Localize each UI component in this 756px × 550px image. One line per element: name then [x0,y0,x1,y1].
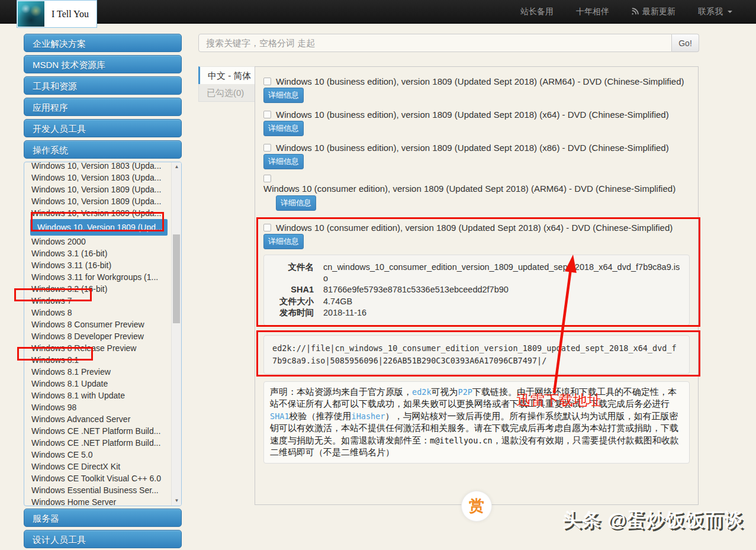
download-row: Windows 10 (consumer edition), version 1… [263,221,690,249]
os-item[interactable]: Windows CE Toolkit Visual C++ 6.0 [24,472,169,484]
brand-name: I Tell You [44,9,96,20]
sidebar-category-button[interactable]: 操作系统 [24,140,182,159]
nav-link-label: 站长备用 [520,7,554,17]
download-row: Windows 10 (consumer edition), version 1… [263,175,690,216]
search-go-button[interactable]: Go! [672,34,699,52]
file-detail-row: 发布时间2018-11-16 [272,307,681,319]
os-item[interactable]: Windows 8 [24,307,169,319]
os-version-list: Windows 10, Version 1803 (Upda...Windows… [24,162,182,506]
os-item[interactable]: Windows CE .NET Platform Build... [24,425,169,437]
nav-link-2[interactable]: 最新更新 [632,7,675,17]
os-item[interactable]: Windows 10, Version 1809 (Upda... [24,207,169,219]
os-item[interactable]: Windows 3.11 for Workgroups (1... [24,271,169,283]
os-list-items: Windows 10, Version 1803 (Upda...Windows… [24,162,181,506]
os-item[interactable]: Windows CE 5.0 [24,449,169,461]
chevron-down-icon [728,11,732,13]
site-logo[interactable]: I Tell You [17,0,97,28]
disclaimer-link[interactable]: iHasher [352,411,385,421]
file-detail-row: 文件名cn_windows_10_consumer_edition_versio… [272,262,681,284]
file-detail-value: 2018-11-16 [323,307,366,319]
download-title: Windows 10 (business edition), version 1… [276,75,684,88]
os-item[interactable]: Windows 8.1 Update [24,378,169,390]
tab-0[interactable]: 中文 - 简体 [198,66,255,84]
sidebar-category-button[interactable]: 企业解决方案 [24,34,182,52]
scroll-up-icon[interactable]: ▲ [172,162,182,172]
os-item[interactable]: Windows 10, Version 1809 (Upda... [24,195,169,207]
os-item[interactable]: Windows Home Server [24,496,169,506]
scroll-down-icon[interactable]: ▼ [172,496,182,506]
os-item[interactable]: Windows 8 Release Preview [24,342,169,354]
download-row: Windows 10 (business edition), version 1… [263,108,690,136]
os-item[interactable]: Windows 8 Developer Preview [24,330,169,342]
os-item[interactable]: Windows 8.1 Preview [24,366,169,378]
file-detail-value: 81766e9fe5793e8781c5336e513ebceedd2f7b90 [323,284,509,295]
sidebar-category-button[interactable]: 开发人员工具 [24,119,182,137]
nav-link-label: 联系我 [698,7,723,17]
os-item[interactable]: Windows 8 Consumer Preview [24,319,169,330]
logo-image [18,1,44,27]
detail-button[interactable]: 详细信息 [263,121,304,136]
os-item[interactable]: Windows 2000 [24,236,169,247]
os-item[interactable]: Windows 3.2 (16-bit) [24,283,169,295]
os-item[interactable]: Windows 10, Version 1803 (Upda... [24,162,169,172]
reward-button[interactable]: 赏 [461,491,492,522]
sidebar-category-button[interactable]: 工具和资源 [24,76,182,95]
nav-link-1[interactable]: 十年相伴 [576,7,609,17]
disclaimer-text: 声明：本站资源均来自于官方原版，ed2k可视为P2P下载链接。由于网络环境和下载… [263,381,690,464]
detail-button[interactable]: 详细信息 [263,154,304,169]
detail-button[interactable]: 详细信息 [263,88,304,103]
item-checkbox[interactable] [263,144,271,152]
sidebar-category-button[interactable]: MSDN 技术资源库 [24,55,182,73]
sidebar-category-button[interactable]: 服务器 [24,509,182,527]
scrollbar-thumb[interactable] [173,234,180,323]
os-item[interactable]: Windows Advanced Server [24,413,169,425]
os-item[interactable]: Windows 7 [24,295,169,307]
download-title: Windows 10 (consumer edition), version 1… [276,221,673,234]
os-item[interactable]: Windows CE .NET Platform Build... [24,437,169,449]
reward-area: 赏 [263,464,690,550]
os-item[interactable]: Windows 8.1 [24,354,169,366]
os-item[interactable]: Windows CE DirectX Kit [24,461,169,472]
os-item[interactable]: Windows 10, Version 1809 (Upda... [24,184,169,195]
nav-link-3[interactable]: 联系我 [698,7,732,17]
os-item[interactable]: Windows 8.1 with Update [24,390,169,401]
item-checkbox[interactable] [263,111,271,118]
sidebar-category-button[interactable]: 设计人员工具 [24,530,182,548]
sidebar-categories-top: 企业解决方案MSDN 技术资源库工具和资源应用程序开发人员工具操作系统 [24,34,182,159]
file-details-box: 文件名cn_windows_10_consumer_edition_versio… [263,255,690,326]
highlight-box-ed2k: ed2k://|file|cn_windows_10_consumer_edit… [263,335,690,374]
os-item[interactable]: Windows 10, Version 1803 (Upda... [24,172,169,184]
file-detail-label: 文件大小 [272,296,314,307]
download-panel: Windows 10 (business edition), version 1… [255,66,699,505]
disclaimer-segment: P2P [458,387,472,397]
file-detail-value: 4.74GB [323,296,352,307]
file-detail-row: 文件大小4.74GB [272,296,681,307]
download-title: Windows 10 (business edition), version 1… [276,141,669,154]
item-checkbox[interactable] [263,224,271,231]
disclaimer-segment: 校验（推荐使用 [289,411,352,421]
disclaimer-segment: 声明：本站资源均来自于官方原版， [270,387,412,397]
sidebar-category-button[interactable]: 应用程序 [24,98,182,116]
item-checkbox[interactable] [263,175,271,182]
os-item[interactable]: Windows Essential Business Ser... [24,484,169,496]
disclaimer-segment: ed2k [412,387,432,397]
nav-link-label: 十年相伴 [576,7,609,17]
search-bar: Go! [198,34,699,52]
tab-1[interactable]: 已勾选(0) [198,84,255,102]
search-input[interactable] [198,34,672,52]
os-item[interactable]: Windows 98 [24,401,169,413]
os-item[interactable]: Windows 3.11 (16-bit) [24,259,169,271]
nav-link-0[interactable]: 站长备用 [520,7,554,17]
sidebar-categories-bottom: 服务器设计人员工具 [24,509,182,548]
disclaimer-segment: SHA1 [270,411,289,421]
os-item[interactable]: Windows 3.1 (16-bit) [24,247,169,259]
item-checkbox[interactable] [263,78,271,85]
detail-button[interactable]: 详细信息 [263,234,304,249]
download-row: Windows 10 (business edition), version 1… [263,75,690,103]
detail-button[interactable]: 详细信息 [276,195,316,211]
download-title: Windows 10 (consumer edition), version 1… [263,182,675,195]
os-item-selected[interactable]: Windows 10, Version 1809 (Upd... [30,219,168,236]
list-scrollbar[interactable]: ▲ ▼ [171,162,181,506]
ed2k-download-link[interactable]: ed2k://|file|cn_windows_10_consumer_edit… [263,335,690,374]
language-tabs: 中文 - 简体已勾选(0) [198,66,255,102]
